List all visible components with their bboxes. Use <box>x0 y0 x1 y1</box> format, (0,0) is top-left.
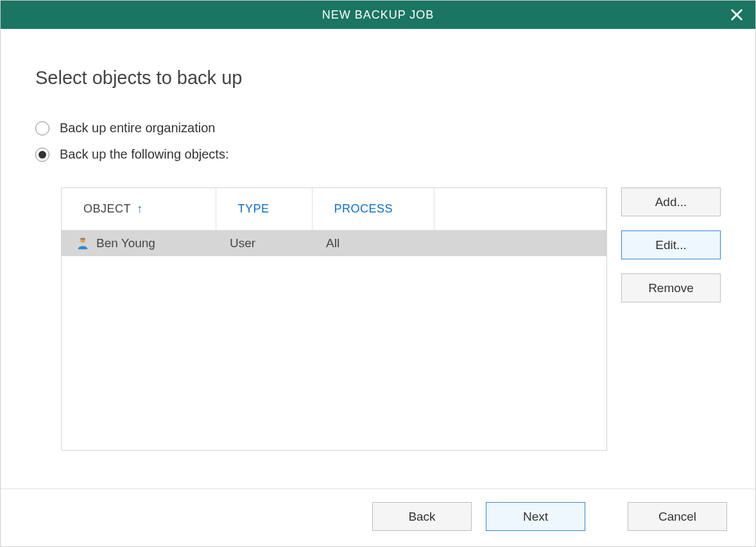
radio-icon <box>35 121 49 135</box>
cell-object: Ben Young <box>62 230 216 256</box>
column-header-type[interactable]: TYPE <box>216 188 312 230</box>
objects-area: OBJECT ↑ TYPE PROCESS <box>61 187 721 451</box>
table-row[interactable]: Ben Young User All <box>62 230 606 256</box>
user-icon <box>76 236 90 250</box>
objects-table: OBJECT ↑ TYPE PROCESS <box>62 188 606 256</box>
radio-label: Back up the following objects: <box>60 147 229 162</box>
cell-empty <box>434 230 606 256</box>
svg-rect-1 <box>80 238 85 239</box>
edit-button[interactable]: Edit... <box>621 230 721 259</box>
dialog-title: NEW BACKUP JOB <box>322 8 434 22</box>
dialog-footer: Back Next Cancel <box>1 489 755 546</box>
title-bar: NEW BACKUP JOB <box>1 1 755 29</box>
back-button[interactable]: Back <box>372 502 472 531</box>
close-icon[interactable] <box>730 8 744 22</box>
radio-selected-dot <box>39 151 46 159</box>
column-header-empty <box>434 188 606 230</box>
page-title: Select objects to back up <box>35 67 721 89</box>
side-buttons: Add... Edit... Remove <box>621 187 721 451</box>
radio-label: Back up entire organization <box>60 121 215 135</box>
radio-icon <box>35 148 49 162</box>
remove-button[interactable]: Remove <box>621 274 721 302</box>
radio-entire-organization[interactable]: Back up entire organization <box>35 121 721 135</box>
dialog-content: Select objects to back up Back up entire… <box>1 29 755 489</box>
radio-following-objects[interactable]: Back up the following objects: <box>35 147 721 162</box>
add-button[interactable]: Add... <box>621 187 721 216</box>
nav-buttons: Back Next Cancel <box>372 502 727 531</box>
next-button[interactable]: Next <box>486 502 585 531</box>
cell-object-text: Ben Young <box>96 236 155 250</box>
sort-ascending-icon: ↑ <box>137 202 143 215</box>
cell-type: User <box>216 230 312 256</box>
column-header-process[interactable]: PROCESS <box>312 188 434 230</box>
objects-table-wrap: OBJECT ↑ TYPE PROCESS <box>61 187 607 451</box>
cell-process: All <box>312 230 434 256</box>
column-header-object[interactable]: OBJECT ↑ <box>62 188 216 230</box>
cancel-button[interactable]: Cancel <box>628 502 727 531</box>
